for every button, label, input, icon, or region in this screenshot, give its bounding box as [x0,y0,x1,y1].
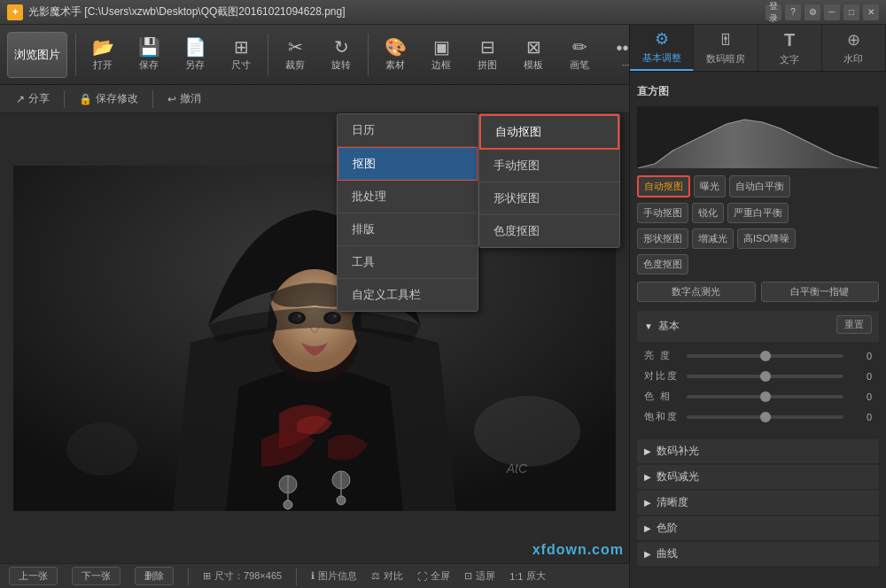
toolbar-separator-3 [368,34,369,76]
high-iso-btn[interactable]: 高ISO降噪 [737,228,796,249]
levels-header[interactable]: ▶ 色阶 [637,516,879,540]
border-button[interactable]: ▣ 边框 [419,29,463,81]
draw-button[interactable]: ✏ 画笔 [557,29,602,81]
share-icon: ↗ [16,93,25,105]
open-icon: 📂 [92,38,114,56]
saturation-thumb[interactable] [760,412,771,422]
spot-wb-area: 数字点测光 白平衡一指键 [637,282,879,302]
saturation-track[interactable] [687,415,843,419]
material-icon: 🎨 [385,38,407,56]
brighten-btn[interactable]: 增减光 [692,228,734,249]
contrast-thumb[interactable] [760,371,771,382]
minimize-btn[interactable]: ─ [824,4,840,20]
sharpen-btn[interactable]: 锐化 [692,203,724,223]
compare-item[interactable]: ⚖ 对比 [371,569,403,583]
basic-tab-icon: ⚙ [655,29,669,49]
submenu-shape-cutout[interactable]: 形状抠图 [479,182,619,215]
menu-custom-toolbar[interactable]: 自定义工具栏 [338,279,478,311]
clarity-arrow: ▶ [644,498,651,507]
fullscreen-item[interactable]: ⛶ 全屏 [417,569,450,583]
toolbar-separator [75,34,76,76]
basic-arrow: ▼ [644,321,653,331]
original-item[interactable]: 1:1 原大 [509,569,546,583]
tab-text[interactable]: T 文字 [758,25,822,71]
digital-reduce-header[interactable]: ▶ 数码减光 [637,465,879,489]
template-button[interactable]: ⊠ 模板 [511,29,556,81]
hue-thumb[interactable] [760,391,771,402]
exposure-btn[interactable]: 曝光 [694,175,726,197]
info-item[interactable]: ℹ 图片信息 [311,569,357,583]
curves-arrow: ▶ [644,549,651,559]
basic-section: ▼ 基本 重置 亮 度 0 对比度 0 色 相 0 [637,311,879,437]
watermark-tab-icon: ⊕ [847,30,860,50]
prev-btn[interactable]: 上一张 [9,567,58,585]
crop-button[interactable]: ✂ 裁剪 [273,29,317,81]
basic-section-header[interactable]: ▼ 基本 重置 [637,311,879,342]
submenu-manual-cutout[interactable]: 手动抠图 [479,150,619,182]
strict-wb-btn[interactable]: 严重白平衡 [727,203,789,223]
collage-button[interactable]: ⊟ 拼图 [465,29,509,81]
saveas-icon: 📄 [184,38,206,56]
rotate-icon: ↻ [334,38,349,56]
share-btn[interactable]: ↗ 分享 [9,89,57,109]
digital-fill-header[interactable]: ▶ 数码补光 [637,439,879,463]
saveas-button[interactable]: 📄 另存 [173,29,217,81]
curves-section: ▶ 曲线 [637,542,879,566]
size-icon: ⊞ [203,570,211,582]
tab-digital[interactable]: 🎚 数码暗房 [694,25,758,71]
login-btn[interactable]: 登录 [766,4,781,20]
levels-section: ▶ 色阶 [637,516,879,540]
menu-layout[interactable]: 排版 [338,213,478,246]
brightness-thumb[interactable] [760,351,771,361]
tab-watermark[interactable]: ⊕ 水印 [822,25,886,71]
undo-icon: ↩ [167,93,176,105]
submenu-color-cutout[interactable]: 色度抠图 [479,215,619,247]
undo-btn[interactable]: ↩ 撤消 [160,89,208,109]
menu-tools[interactable]: 工具 [338,246,478,279]
svg-point-13 [284,500,292,509]
dropdown-menu: 日历 抠图 批处理 排版 工具 自定义工具栏 [337,113,478,312]
auto-cutout-btn[interactable]: 自动抠图 [637,175,690,197]
status-sep2 [296,568,297,585]
material-button[interactable]: 🎨 素材 [373,29,417,81]
app-icon: ✦ [7,4,23,20]
menu-batch[interactable]: 批处理 [338,181,478,213]
save-button[interactable]: 💾 保存 [127,29,171,81]
color-cutout-btn[interactable]: 色度抠图 [637,254,688,275]
curves-header[interactable]: ▶ 曲线 [637,542,879,566]
brightness-track[interactable] [687,354,843,358]
submenu-auto-cutout[interactable]: 自动抠图 [479,114,619,150]
hue-track[interactable] [687,395,843,398]
submenu: 自动抠图 手动抠图 形状抠图 色度抠图 [478,113,620,248]
close-btn[interactable]: ✕ [863,4,879,20]
help-btn[interactable]: ? [785,4,801,20]
saturation-row: 饱和度 0 [644,410,872,423]
manual-cutout-btn[interactable]: 手动抠图 [637,203,688,223]
next-btn[interactable]: 下一张 [72,567,120,585]
delete-btn[interactable]: 删除 [135,567,174,585]
wb-btn[interactable]: 白平衡一指键 [761,282,880,302]
reset-btn[interactable]: 重置 [836,315,872,334]
menu-cutout[interactable]: 抠图 [338,147,478,181]
browse-button[interactable]: 浏览图片 [7,32,67,78]
maximize-btn[interactable]: □ [843,4,859,20]
action-sep2 [152,90,153,108]
settings-btn[interactable]: ⚙ [804,4,820,20]
auto-wb-btn[interactable]: 自动白平衡 [729,175,790,197]
reduce-arrow: ▶ [644,472,651,482]
spot-btn[interactable]: 数字点测光 [637,282,756,302]
fit-item[interactable]: ⊡ 适屏 [464,569,495,583]
open-button[interactable]: 📂 打开 [81,29,125,81]
clarity-header[interactable]: ▶ 清晰度 [637,491,879,514]
shape-cutout-btn[interactable]: 形状抠图 [637,228,688,249]
histogram-title: 直方图 [637,84,879,99]
contrast-track[interactable] [687,375,843,378]
size-button[interactable]: ⊞ 尺寸 [219,29,263,81]
basic-section-content: 亮 度 0 对比度 0 色 相 0 饱和度 0 [637,342,879,437]
menu-calendar[interactable]: 日历 [338,114,478,147]
save-edit-btn[interactable]: 🔒 保存修改 [72,89,145,109]
action-bar: ↗ 分享 🔒 保存修改 ↩ 撤消 [0,85,629,113]
atc-text: AtC [507,461,527,476]
tab-basic[interactable]: ⚙ 基本调整 [630,25,694,71]
rotate-button[interactable]: ↻ 旋转 [319,29,363,81]
